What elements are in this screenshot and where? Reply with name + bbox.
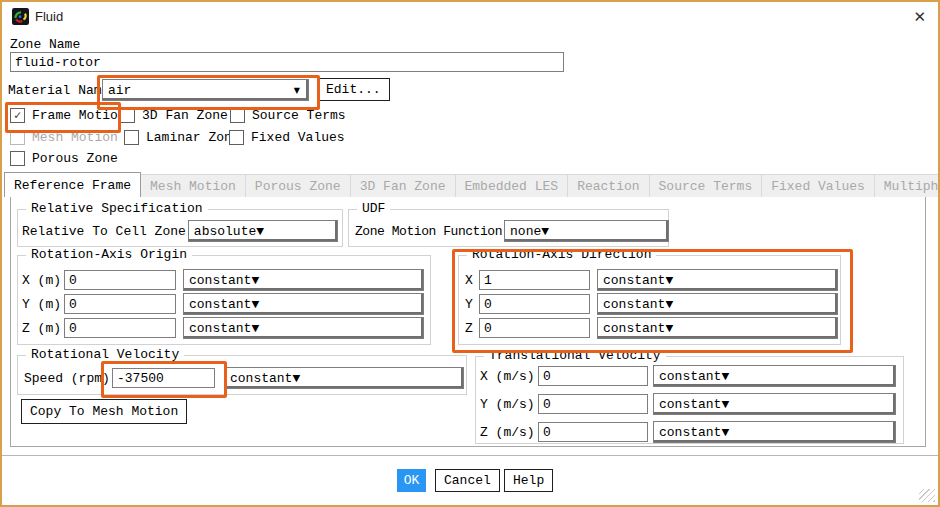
origin-y-input[interactable] <box>64 294 176 314</box>
direction-y-profile-dropdown[interactable]: constant ▼ <box>597 293 838 315</box>
rotation-axis-origin-group: Rotation-Axis Origin X (m) constant ▼ Y … <box>17 255 431 345</box>
tab-3d-fan-zone: 3D Fan Zone <box>350 174 456 197</box>
relative-to-cell-zone-label: Relative To Cell Zone <box>22 224 186 239</box>
tab-reference-frame[interactable]: Reference Frame <box>4 172 141 197</box>
speed-label: Speed (rpm) <box>24 371 110 386</box>
group-title: Rotation-Axis Origin <box>26 247 192 262</box>
check-icon: ✓ <box>10 108 25 123</box>
mesh-motion-label: Mesh Motion <box>32 130 118 145</box>
chevron-down-icon: ▼ <box>721 369 729 384</box>
trans-z-label: Z (m/s) <box>480 425 536 440</box>
relative-to-cell-zone-dropdown[interactable]: absolute ▼ <box>188 220 338 242</box>
ok-button[interactable]: OK <box>397 469 426 492</box>
fluent-app-icon <box>12 8 29 25</box>
zone-name-label: Zone Name <box>10 37 80 52</box>
speed-profile-dropdown[interactable]: constant ▼ <box>224 367 464 389</box>
direction-z-input[interactable] <box>479 318 590 338</box>
tab-reaction: Reaction <box>567 174 649 197</box>
fan-zone-checkbox[interactable]: 3D Fan Zone <box>120 107 228 124</box>
fixed-values-checkbox[interactable]: Fixed Values <box>229 129 345 146</box>
edit-material-button[interactable]: Edit... <box>317 78 390 101</box>
footer-divider <box>2 455 938 456</box>
tab-strip: Reference Frame Mesh Motion Porous Zone … <box>4 172 940 197</box>
trans-x-profile-dropdown[interactable]: constant ▼ <box>653 365 896 387</box>
checkbox-box <box>124 130 139 145</box>
chevron-down-icon: ▼ <box>665 321 673 336</box>
mesh-motion-checkbox: Mesh Motion <box>10 129 118 146</box>
origin-x-input[interactable] <box>64 270 176 290</box>
translational-velocity-group: Translational Velocity X (m/s) constant … <box>475 356 904 444</box>
tab-multiphase: Multiphase <box>874 174 940 197</box>
checkbox-box <box>120 108 135 123</box>
tab-embedded-les: Embedded LES <box>455 174 569 197</box>
group-title: UDF <box>357 201 390 216</box>
tab-porous-zone: Porous Zone <box>245 174 351 197</box>
direction-x-profile-dropdown[interactable]: constant ▼ <box>597 269 838 291</box>
rotation-axis-direction-group: Rotation-Axis Direction X constant ▼ Y c… <box>458 255 841 345</box>
zone-motion-function-label: Zone Motion Function <box>355 224 502 239</box>
trans-x-input[interactable] <box>538 366 648 386</box>
chevron-down-icon: ▼ <box>541 224 549 239</box>
trans-y-label: Y (m/s) <box>480 397 536 412</box>
source-terms-label: Source Terms <box>252 108 346 123</box>
trans-y-input[interactable] <box>538 394 648 414</box>
fan-zone-label: 3D Fan Zone <box>142 108 228 123</box>
window-title: Fluid <box>35 9 63 24</box>
direction-y-input[interactable] <box>479 294 590 314</box>
copy-to-mesh-motion-button[interactable]: Copy To Mesh Motion <box>21 399 187 424</box>
reference-frame-panel: Relative Specification Relative To Cell … <box>10 196 926 447</box>
group-title: Rotation-Axis Direction <box>467 247 656 262</box>
origin-z-label: Z (m) <box>22 321 64 336</box>
title-bar[interactable]: Fluid ✕ <box>2 2 938 32</box>
direction-z-profile-dropdown[interactable]: constant ▼ <box>597 317 838 339</box>
origin-y-profile-dropdown[interactable]: constant ▼ <box>183 293 424 315</box>
chevron-down-icon: ▼ <box>294 86 300 95</box>
fixed-values-label: Fixed Values <box>251 130 345 145</box>
zone-motion-function-dropdown[interactable]: none ▼ <box>504 220 669 242</box>
group-title: Translational Velocity <box>484 348 666 363</box>
speed-input[interactable] <box>112 368 215 388</box>
zone-name-input[interactable] <box>10 52 564 72</box>
trans-z-input[interactable] <box>538 422 648 442</box>
porous-zone-checkbox[interactable]: Porous Zone <box>10 150 118 167</box>
frame-motion-label: Frame Motion <box>32 108 126 123</box>
material-name-label: Material Name <box>8 83 109 98</box>
checkbox-box <box>230 108 245 123</box>
chevron-down-icon: ▼ <box>251 321 259 336</box>
help-button[interactable]: Help <box>504 469 553 492</box>
frame-motion-checkbox[interactable]: ✓ Frame Motion <box>10 107 126 124</box>
udf-group: UDF Zone Motion Function none ▼ <box>348 209 669 247</box>
tab-source-terms: Source Terms <box>649 174 763 197</box>
origin-z-profile-dropdown[interactable]: constant ▼ <box>183 317 424 339</box>
trans-y-profile-dropdown[interactable]: constant ▼ <box>653 393 896 415</box>
origin-y-label: Y (m) <box>22 297 64 312</box>
trans-z-profile-dropdown[interactable]: constant ▼ <box>653 421 896 443</box>
source-terms-checkbox[interactable]: Source Terms <box>230 107 346 124</box>
chevron-down-icon: ▼ <box>292 371 300 386</box>
checkbox-box <box>10 151 25 166</box>
origin-z-input[interactable] <box>64 318 176 338</box>
tab-fixed-values: Fixed Values <box>761 174 875 197</box>
chevron-down-icon: ▼ <box>251 297 259 312</box>
close-icon[interactable]: ✕ <box>913 8 926 26</box>
cancel-button[interactable]: Cancel <box>435 469 500 492</box>
chevron-down-icon: ▼ <box>665 297 673 312</box>
origin-x-label: X (m) <box>22 273 64 288</box>
group-title: Relative Specification <box>26 201 208 216</box>
direction-x-input[interactable] <box>479 270 590 290</box>
resize-grip[interactable] <box>919 489 935 502</box>
group-title: Rotational Velocity <box>26 347 184 362</box>
chevron-down-icon: ▼ <box>256 224 264 239</box>
direction-y-label: Y <box>465 297 479 312</box>
direction-x-label: X <box>465 273 479 288</box>
fluid-dialog: Fluid ✕ Zone Name Material Name air ▼ Ed… <box>0 0 940 507</box>
laminar-zone-checkbox[interactable]: Laminar Zone <box>124 129 240 146</box>
direction-z-label: Z <box>465 321 479 336</box>
origin-x-profile-dropdown[interactable]: constant ▼ <box>183 269 424 291</box>
chevron-down-icon: ▼ <box>665 273 673 288</box>
chevron-down-icon: ▼ <box>721 397 729 412</box>
relative-specification-group: Relative Specification Relative To Cell … <box>17 209 343 247</box>
material-name-dropdown[interactable]: air ▼ <box>102 79 309 101</box>
chevron-down-icon: ▼ <box>251 273 259 288</box>
rotational-velocity-group: Rotational Velocity Speed (rpm) constant… <box>17 355 467 395</box>
